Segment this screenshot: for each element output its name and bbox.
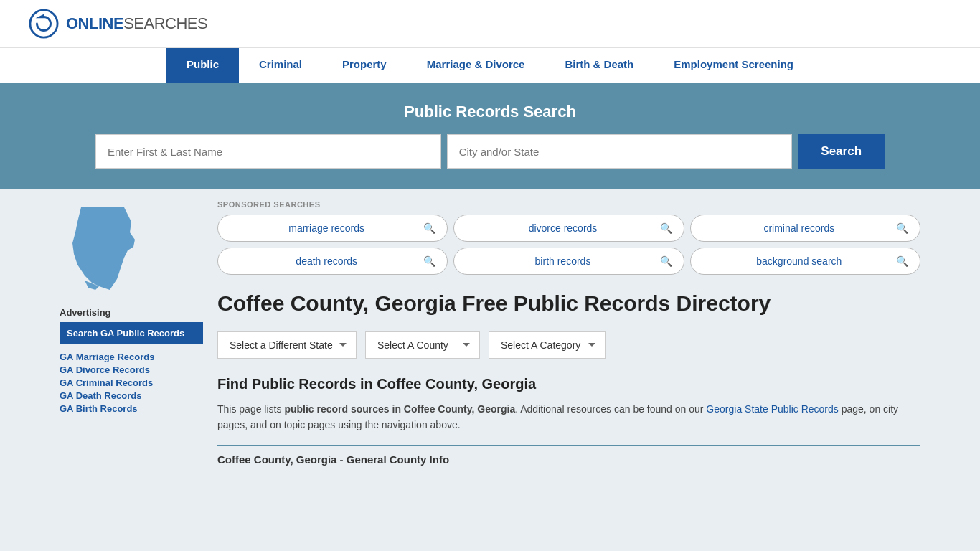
find-desc-1: This page lists bbox=[217, 403, 284, 415]
main-content: SPONSORED SEARCHES marriage records 🔍 di… bbox=[217, 200, 920, 466]
logo-text: ONLINE SEARCHES bbox=[66, 14, 207, 33]
site-header: ONLINE SEARCHES bbox=[0, 0, 980, 47]
county-info-header: Coffee County, Georgia - General County … bbox=[217, 445, 920, 466]
logo-icon bbox=[29, 9, 59, 39]
sidebar-advertising-label: Advertising bbox=[60, 307, 203, 318]
search-banner: Public Records Search Search bbox=[0, 83, 980, 189]
search-icon-birth: 🔍 bbox=[660, 255, 672, 267]
search-banner-title: Public Records Search bbox=[29, 103, 951, 121]
sponsored-item-death[interactable]: death records 🔍 bbox=[217, 248, 448, 275]
sponsored-label: SPONSORED SEARCHES bbox=[217, 200, 920, 209]
nav-employment[interactable]: Employment Screening bbox=[654, 48, 814, 83]
sponsored-item-divorce-text: divorce records bbox=[466, 222, 659, 234]
logo[interactable]: ONLINE SEARCHES bbox=[29, 9, 207, 39]
sponsored-item-birth[interactable]: birth records 🔍 bbox=[453, 248, 684, 275]
find-desc-2: . Additional resources can be found on o… bbox=[515, 403, 706, 415]
main-nav: Public Criminal Property Marriage & Divo… bbox=[0, 47, 980, 83]
search-icon-marriage: 🔍 bbox=[423, 222, 435, 234]
search-icon-divorce: 🔍 bbox=[660, 222, 672, 234]
sponsored-item-birth-text: birth records bbox=[466, 255, 659, 267]
find-description: This page lists public record sources in… bbox=[217, 401, 920, 433]
state-map bbox=[60, 200, 203, 296]
page-title: Coffee County, Georgia Free Public Recor… bbox=[217, 289, 920, 317]
nav-criminal[interactable]: Criminal bbox=[239, 48, 322, 83]
find-desc-bold: public record sources in Coffee County, … bbox=[284, 403, 515, 415]
sidebar-links: GA Marriage Records GA Divorce Records G… bbox=[60, 352, 203, 414]
search-icon-criminal: 🔍 bbox=[896, 222, 908, 234]
sponsored-item-death-text: death records bbox=[230, 255, 423, 267]
sidebar-link-criminal[interactable]: GA Criminal Records bbox=[60, 377, 203, 388]
sponsored-item-marriage-text: marriage records bbox=[230, 222, 423, 234]
logo-online: ONLINE bbox=[66, 14, 123, 33]
georgia-state-records-link[interactable]: Georgia State Public Records bbox=[706, 403, 838, 415]
county-dropdown[interactable]: Select A County bbox=[365, 331, 480, 359]
search-icon-background: 🔍 bbox=[896, 255, 908, 267]
sidebar-link-death[interactable]: GA Death Records bbox=[60, 390, 203, 401]
search-button[interactable]: Search bbox=[798, 134, 885, 169]
nav-property[interactable]: Property bbox=[322, 48, 407, 83]
sponsored-item-background-text: background search bbox=[702, 255, 896, 267]
sponsored-item-criminal[interactable]: criminal records 🔍 bbox=[690, 215, 920, 242]
find-title: Find Public Records in Coffee County, Ge… bbox=[217, 376, 920, 392]
sponsored-item-marriage[interactable]: marriage records 🔍 bbox=[217, 215, 448, 242]
sponsored-item-divorce[interactable]: divorce records 🔍 bbox=[453, 215, 684, 242]
search-form: Search bbox=[95, 134, 885, 169]
name-input[interactable] bbox=[95, 134, 441, 169]
nav-public[interactable]: Public bbox=[166, 48, 239, 83]
logo-searches: SEARCHES bbox=[123, 14, 207, 33]
sidebar-ad-block[interactable]: Search GA Public Records bbox=[60, 322, 203, 344]
sidebar-link-birth[interactable]: GA Birth Records bbox=[60, 403, 203, 414]
sponsored-grid: marriage records 🔍 divorce records 🔍 cri… bbox=[217, 215, 920, 275]
sidebar-link-marriage[interactable]: GA Marriage Records bbox=[60, 352, 203, 362]
sponsored-item-criminal-text: criminal records bbox=[702, 222, 896, 234]
nav-birth-death[interactable]: Birth & Death bbox=[545, 48, 654, 83]
sidebar: Advertising Search GA Public Records GA … bbox=[60, 200, 203, 466]
main-wrapper: Advertising Search GA Public Records GA … bbox=[45, 189, 935, 477]
location-input[interactable] bbox=[447, 134, 793, 169]
nav-marriage-divorce[interactable]: Marriage & Divorce bbox=[407, 48, 545, 83]
dropdowns-row: Select a Different State Select A County… bbox=[217, 331, 920, 359]
category-dropdown[interactable]: Select A Category bbox=[489, 331, 606, 359]
search-icon-death: 🔍 bbox=[423, 255, 435, 267]
state-dropdown[interactable]: Select a Different State bbox=[217, 331, 357, 359]
georgia-map-icon bbox=[60, 200, 146, 293]
sponsored-item-background[interactable]: background search 🔍 bbox=[690, 248, 920, 275]
sidebar-link-divorce[interactable]: GA Divorce Records bbox=[60, 364, 203, 375]
